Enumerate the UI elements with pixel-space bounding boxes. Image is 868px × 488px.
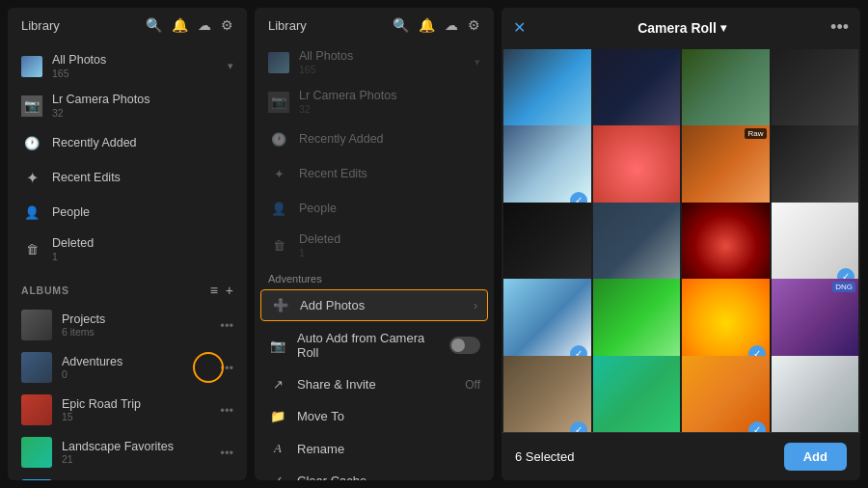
close-icon[interactable]: ✕ xyxy=(513,18,526,37)
context-add-photos[interactable]: ➕ Add Photos › xyxy=(260,289,488,321)
album-item-projects[interactable]: Projects 6 items ••• xyxy=(8,304,247,346)
photo-cell-16[interactable]: DNG xyxy=(772,279,859,366)
photo-cell-14[interactable] xyxy=(593,279,681,366)
photo-cell-12[interactable] xyxy=(772,203,859,290)
chevron-down-icon: ▾ xyxy=(228,60,233,72)
context-album-label: Adventures xyxy=(255,265,494,288)
add-album-icon[interactable]: + xyxy=(226,283,233,298)
photo-cell-13[interactable] xyxy=(503,279,591,366)
mid-chevron-icon: ▾ xyxy=(475,56,480,68)
photo-cell-7[interactable]: Raw xyxy=(682,125,770,213)
cloud-icon[interactable]: ☁ xyxy=(198,17,211,33)
projects-more-icon[interactable]: ••• xyxy=(220,318,233,333)
recently-added-label: Recently Added xyxy=(52,136,233,149)
photo-cell-18[interactable] xyxy=(593,356,681,432)
photo-cell-11[interactable] xyxy=(682,203,770,290)
context-move-to[interactable]: 📁 Move To xyxy=(255,400,494,432)
mid-bell-icon[interactable]: 🔔 xyxy=(419,17,435,33)
add-photos-arrow-icon: › xyxy=(474,299,477,312)
auto-add-toggle[interactable] xyxy=(449,337,480,354)
left-panel-header: Library 🔍 🔔 ☁ ⚙ xyxy=(8,8,247,42)
sort-albums-icon[interactable]: ≡ xyxy=(210,283,218,298)
photo-cell-19[interactable] xyxy=(682,356,770,432)
context-clear-cache[interactable]: ✓ Clear Cache xyxy=(255,465,494,480)
add-button[interactable]: Add xyxy=(784,443,847,471)
left-panel: Library 🔍 🔔 ☁ ⚙ All Photos 165 ▾ 📷 xyxy=(8,8,247,480)
projects-thumbnail xyxy=(21,310,52,340)
photo-cell-4[interactable] xyxy=(772,49,859,137)
nav-item-people[interactable]: 👤 People xyxy=(8,195,247,230)
share-icon: ↗ xyxy=(268,377,287,392)
mid-clock-icon: 🕐 xyxy=(268,128,289,149)
deleted-label: Deleted xyxy=(52,236,94,250)
camera-roll-header: ✕ Camera Roll ▾ ••• xyxy=(502,8,860,47)
share-invite-label: Share & Invite xyxy=(297,377,465,392)
photo-cell-3[interactable] xyxy=(682,49,770,137)
photo-cell-2[interactable] xyxy=(593,49,681,137)
mid-gear-icon[interactable]: ⚙ xyxy=(468,17,480,33)
epic-more-icon[interactable]: ••• xyxy=(220,403,233,418)
auto-add-label: Auto Add from Camera Roll xyxy=(297,331,449,360)
recent-edits-label: Recent Edits xyxy=(52,171,233,184)
photo-cell-15[interactable] xyxy=(682,279,770,366)
albums-section-header: ALBUMS ≡ + xyxy=(8,273,247,304)
all-photos-thumbnail xyxy=(21,56,42,77)
album-item-epic-road-trip[interactable]: Epic Road Trip 15 ••• xyxy=(8,389,247,431)
context-share-invite[interactable]: ↗ Share & Invite Off xyxy=(255,368,494,400)
photo-cell-8[interactable] xyxy=(772,125,859,213)
mid-nav-people: 👤 People xyxy=(255,191,494,226)
context-auto-add[interactable]: 📷 Auto Add from Camera Roll xyxy=(255,322,494,368)
epic-thumbnail xyxy=(21,394,52,425)
left-panel-title: Library xyxy=(21,18,60,33)
mid-panel-icons: 🔍 🔔 ☁ ⚙ xyxy=(393,17,480,33)
photo-grid: Raw DNG xyxy=(502,47,860,432)
mid-trash-icon: 🗑 xyxy=(268,235,289,257)
chevron-down-icon: ▾ xyxy=(720,21,726,35)
lr-camera-count: 32 xyxy=(52,107,149,119)
albums-actions: ≡ + xyxy=(210,283,233,298)
mid-cloud-icon[interactable]: ☁ xyxy=(445,17,458,33)
add-photos-icon: ➕ xyxy=(271,298,290,312)
search-icon[interactable]: 🔍 xyxy=(146,17,162,33)
all-photos-count: 165 xyxy=(52,68,106,79)
rename-icon: A xyxy=(268,441,287,456)
gear-icon[interactable]: ⚙ xyxy=(221,17,233,33)
landscape-more-icon[interactable]: ••• xyxy=(220,446,233,460)
clock-icon: 🕐 xyxy=(21,132,42,153)
epic-name: Epic Road Trip xyxy=(62,397,220,411)
adventures-more-icon[interactable]: ••• xyxy=(220,361,233,375)
photo-cell-9[interactable] xyxy=(503,203,591,290)
nav-item-recent-edits[interactable]: ✦ Recent Edits xyxy=(8,160,247,195)
bell-icon[interactable]: 🔔 xyxy=(172,17,188,33)
camera-roll-footer: 6 Selected Add xyxy=(502,432,860,480)
album-item-landscape[interactable]: Landscape Favorites 21 ••• xyxy=(8,431,247,474)
nav-item-recently-added[interactable]: 🕐 Recently Added xyxy=(8,125,247,160)
edits-icon: ✦ xyxy=(21,167,42,188)
mid-panel-title: Library xyxy=(268,18,307,33)
nav-item-all-photos[interactable]: All Photos 165 ▾ xyxy=(8,46,247,86)
photo-cell-20[interactable] xyxy=(772,356,859,432)
context-rename[interactable]: A Rename xyxy=(255,432,494,465)
mid-person-icon: 👤 xyxy=(268,198,289,219)
epic-info: Epic Road Trip 15 xyxy=(62,397,220,422)
nav-item-lr-camera[interactable]: 📷 Lr Camera Photos 32 xyxy=(8,86,247,125)
nav-item-deleted[interactable]: 🗑 Deleted 1 xyxy=(8,230,247,269)
mid-search-icon[interactable]: 🔍 xyxy=(393,17,409,33)
album-item-adventures[interactable]: Adventures 0 ••• xyxy=(8,346,247,389)
photo-cell-5[interactable] xyxy=(503,125,591,213)
projects-info: Projects 6 items xyxy=(62,312,220,338)
trash-icon: 🗑 xyxy=(21,239,42,260)
lr-camera-icon: 📷 xyxy=(21,95,42,117)
camera-roll-more-icon[interactable]: ••• xyxy=(830,17,849,38)
landscape-count: 21 xyxy=(62,453,220,465)
album-item-photoshop[interactable]: Ps Photoshop Camera ⊞ 📷 xyxy=(8,474,247,480)
mid-all-photos-thumb xyxy=(268,52,289,73)
photo-cell-1[interactable] xyxy=(503,49,591,137)
photo-cell-6[interactable] xyxy=(593,125,681,213)
adventures-info: Adventures 0 xyxy=(62,355,220,380)
adventures-thumbnail xyxy=(21,352,52,383)
photo-cell-17[interactable] xyxy=(503,356,591,432)
photo-cell-10[interactable] xyxy=(593,203,681,290)
camera-roll-title: Camera Roll ▾ xyxy=(533,20,830,36)
deleted-count: 1 xyxy=(52,251,94,262)
